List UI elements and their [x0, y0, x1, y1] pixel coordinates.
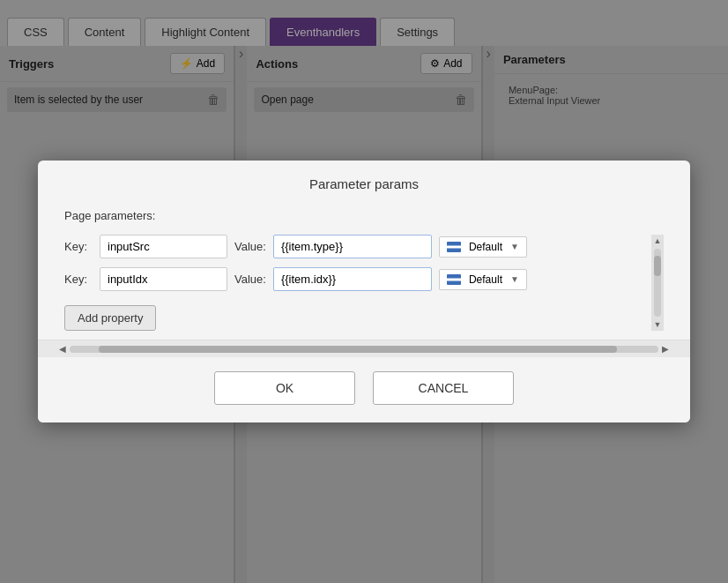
modal-title: Parameter params: [38, 161, 690, 200]
scroll-track: [654, 249, 661, 317]
params-scroll-area[interactable]: Key: Value: Default ▼ Key: Value:: [64, 235, 664, 331]
scroll-up-icon[interactable]: ▲: [654, 235, 662, 247]
scroll-left-icon[interactable]: ◀: [56, 344, 70, 354]
lang-dropdown-2[interactable]: Default ▼: [439, 269, 527, 290]
modal-overlay: Parameter params Page parameters: Key: V…: [0, 0, 728, 583]
value-label-1: Value:: [234, 240, 266, 253]
vertical-scrollbar[interactable]: ▲ ▼: [651, 235, 664, 331]
scroll-down-icon[interactable]: ▼: [654, 318, 662, 331]
lang-flag-1: [447, 242, 461, 252]
h-scroll-thumb: [99, 346, 617, 353]
ok-button[interactable]: OK: [214, 371, 355, 405]
value-input-2[interactable]: [273, 267, 432, 291]
dropdown-arrow-1: ▼: [510, 242, 519, 251]
lang-dropdown-label-1: Default: [469, 241, 502, 253]
add-property-button[interactable]: Add property: [64, 305, 156, 331]
key-label-1: Key:: [64, 240, 93, 253]
modal-dialog: Parameter params Page parameters: Key: V…: [38, 161, 690, 422]
lang-dropdown-1[interactable]: Default ▼: [439, 236, 527, 258]
key-input-1[interactable]: [100, 235, 227, 258]
param-row-2: Key: Value: Default ▼: [64, 267, 664, 291]
scroll-right-icon[interactable]: ▶: [658, 344, 672, 354]
modal-footer: OK CANCEL: [38, 357, 690, 422]
page-params-label: Page parameters:: [64, 209, 664, 222]
lang-dropdown-label-2: Default: [469, 273, 502, 286]
value-label-2: Value:: [234, 273, 266, 286]
cancel-button[interactable]: CANCEL: [373, 371, 514, 405]
horizontal-scrollbar[interactable]: [70, 346, 658, 353]
dropdown-arrow-2: ▼: [510, 274, 519, 284]
key-label-2: Key:: [64, 273, 93, 286]
modal-body: Page parameters: Key: Value: Default ▼: [38, 200, 690, 340]
lang-flag-2: [447, 274, 461, 285]
key-input-2[interactable]: [100, 267, 227, 291]
modal-scrollbar-area: ◀ ▶: [38, 340, 690, 357]
scroll-thumb: [654, 256, 661, 276]
param-row-1: Key: Value: Default ▼: [64, 235, 664, 258]
value-input-1[interactable]: [273, 235, 432, 258]
